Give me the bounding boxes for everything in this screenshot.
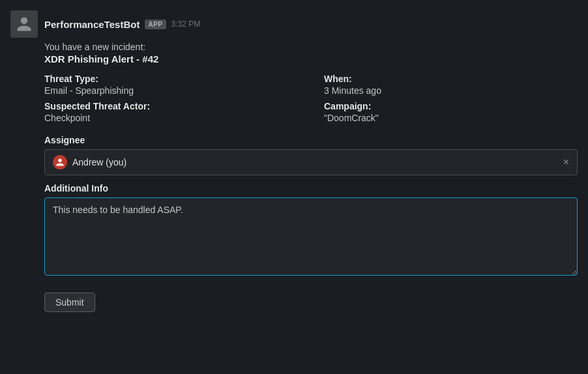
assignee-avatar	[53, 155, 67, 169]
additional-info-label: Additional Info	[44, 183, 578, 194]
threat-actor-label: Suspected Threat Actor:	[44, 101, 298, 111]
timestamp: 3:32 PM	[171, 20, 201, 29]
message-header: PerformanceTestBot APP 3:32 PM	[10, 10, 578, 38]
incident-title: XDR Phishing Alert - #42	[44, 53, 578, 65]
incident-details: Threat Type: Email - Spearphishing When:…	[44, 74, 578, 123]
campaign-section: Campaign: "DoomCrack"	[324, 101, 578, 123]
when-section: When: 3 Minutes ago	[324, 74, 578, 96]
remove-assignee-button[interactable]: ×	[563, 157, 569, 167]
message-container: PerformanceTestBot APP 3:32 PM You have …	[10, 10, 578, 312]
incident-intro: You have a new incident:	[44, 42, 578, 52]
app-badge: APP	[145, 20, 166, 29]
threat-actor-section: Suspected Threat Actor: Checkpoint	[44, 101, 298, 123]
assignee-field[interactable]: Andrew (you) ×	[44, 149, 578, 175]
avatar	[10, 10, 38, 38]
assignee-section: Assignee Andrew (you) ×	[44, 135, 578, 175]
when-value: 3 Minutes ago	[324, 85, 578, 96]
submit-button[interactable]: Submit	[44, 293, 95, 312]
threat-type-value: Email - Spearphishing	[44, 85, 298, 96]
additional-info-section: Additional Info	[44, 183, 578, 278]
assignee-label: Assignee	[44, 135, 578, 145]
additional-info-input[interactable]	[44, 197, 578, 276]
campaign-value: "DoomCrack"	[324, 113, 578, 123]
sender-name: PerformanceTestBot	[44, 19, 140, 30]
sender-info: PerformanceTestBot APP 3:32 PM	[44, 19, 200, 30]
threat-actor-value: Checkpoint	[44, 113, 298, 123]
when-label: When:	[324, 74, 578, 84]
campaign-label: Campaign:	[324, 101, 578, 111]
threat-type-section: Threat Type: Email - Spearphishing	[44, 74, 298, 96]
message-body: You have a new incident: XDR Phishing Al…	[44, 42, 578, 312]
assignee-name: Andrew (you)	[72, 157, 558, 167]
threat-type-label: Threat Type:	[44, 74, 298, 84]
